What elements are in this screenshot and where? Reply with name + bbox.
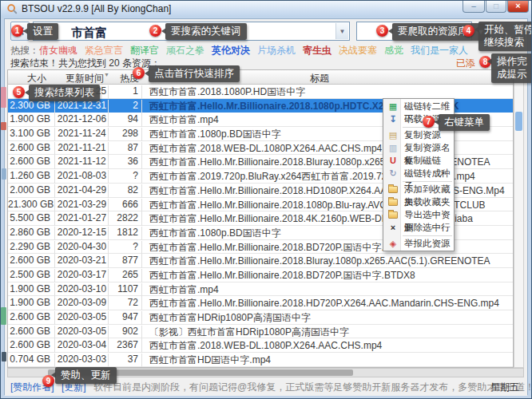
table-header[interactable]: 大小 更新时间 ▼ 热度 标题 xyxy=(8,70,513,85)
cell-heat: 2 xyxy=(109,100,142,113)
cell-title: 〔影视〕西虹市首富HDRip1080P高清国语中字 xyxy=(144,326,513,339)
cell-heat: ? xyxy=(109,170,142,184)
cell-title: 西虹市首富.mp4 xyxy=(144,283,513,297)
cell-title: 西虹市首富.Hello.Mr.Billionaire.2018.1080p.HD… xyxy=(144,100,513,113)
cell-date: 2020-03-09 xyxy=(56,297,109,310)
cell-heat: 902 xyxy=(109,326,142,339)
menu-item-icon xyxy=(387,196,399,209)
close-button[interactable]: × xyxy=(507,1,529,13)
table-row[interactable]: 2.600 GB 2020-03-05 902 〔影视〕西虹市首富HDRip10… xyxy=(8,325,513,339)
title-bar[interactable]: BTSOU v22.9.9 [All By KiongChan] – □ × xyxy=(1,1,531,18)
hot-keyword[interactable]: 英伦对决 xyxy=(212,45,250,56)
hot-label: 热搜： xyxy=(10,45,39,56)
table-row[interactable]: 1.900 GB 2020-03-09 72 西虹市首富.Hello.Mr.Bi… xyxy=(8,296,513,310)
hot-keyword[interactable]: 紧急宣言 xyxy=(85,45,123,56)
menu-item-label: 加载收藏夹 xyxy=(404,197,451,207)
cell-heat: 37 xyxy=(109,354,142,367)
menu-item-icon: ◈ xyxy=(387,237,399,250)
context-menu-item[interactable]: 导出选中资源 xyxy=(383,208,454,221)
cell-heat: 666 xyxy=(109,199,142,212)
minimize-button[interactable]: – xyxy=(463,1,485,13)
sort-arrow-icon[interactable]: ▼ xyxy=(104,72,109,77)
header-date[interactable]: 更新时间 xyxy=(66,72,104,85)
cell-heat: 265 xyxy=(109,269,142,282)
hot-keyword[interactable]: 倩女幽魂 xyxy=(39,45,77,56)
hot-keyword[interactable]: 寄生虫 xyxy=(303,45,332,56)
maximize-button[interactable]: □ xyxy=(486,1,506,13)
menu-item-icon: ▤ xyxy=(387,128,399,141)
cell-size: 2.000 GB xyxy=(8,184,55,198)
context-menu-item[interactable]: 加载收藏夹 xyxy=(383,196,454,208)
header-title[interactable]: 标题 xyxy=(208,72,431,85)
cell-title: 西虹市首富.Hello.Mr.Billionaire.2018.4K.2160p… xyxy=(144,212,513,226)
menu-item-icon: U xyxy=(387,154,399,167)
vertical-scrollbar[interactable] xyxy=(514,69,524,368)
table-row[interactable]: 1.900 GB 2020-03-10 1107 西虹市首富.mp4 xyxy=(8,282,513,297)
cell-size: 2.290 GB xyxy=(8,241,55,255)
hot-keyword[interactable]: 翻译官 xyxy=(130,45,159,56)
vertical-scrollbar-thumb[interactable] xyxy=(515,112,522,131)
cell-size: 21.300 GB xyxy=(8,199,55,212)
hot-keyword[interactable]: 决战要塞 xyxy=(339,45,377,56)
status-message: 软件目前是内测阶段，有问题记得@我修复，正式版需等足够赞助开新服务器才发布，多赞… xyxy=(93,381,532,393)
context-menu-item[interactable]: ↻ 磁链转成种子 xyxy=(383,167,454,180)
context-menu-item[interactable]: × 删除选中行 xyxy=(383,221,454,234)
cell-title: 西虹市首富.Hello.Mr.Billionaire.2018.HD1080P.… xyxy=(144,184,513,198)
cell-title: 西虹市首富.2018.WEB-DL.1080P.X264.AAC.CHS.mp4 xyxy=(144,339,513,353)
cell-heat: 298 xyxy=(109,128,142,141)
hot-keyword[interactable]: 我们是一家人 xyxy=(411,45,468,56)
table-row[interactable]: 2.500 GB 2020-03-17 265 西虹市首富.Hello.Mr.B… xyxy=(8,268,513,282)
cell-heat: 2367 xyxy=(109,339,142,353)
cell-size: 1.900 GB xyxy=(8,297,55,310)
cell-title: 西虹市首富.1080p.BD国语中字 xyxy=(144,227,513,240)
cell-heat: 877 xyxy=(109,255,142,268)
cell-heat: 1812 xyxy=(109,227,142,240)
cell-heat: 1 xyxy=(109,85,142,99)
annotation-dot-6: 6 xyxy=(133,67,145,79)
search-dropdown-arrow-icon[interactable]: ▼ xyxy=(335,23,348,39)
cell-date: 2021-11-24 xyxy=(56,128,109,141)
cell-date: 2020-03-05 xyxy=(56,311,109,325)
context-menu-item[interactable]: ▥ 复制资源名称 xyxy=(383,141,454,154)
cell-size: 2.600 GB xyxy=(8,142,55,156)
annotation-dot-5: 5 xyxy=(13,86,25,98)
cell-size: 3.100 GB xyxy=(8,128,55,141)
cell-size: 2.600 GB xyxy=(8,156,55,169)
cell-size: 2.600 GB xyxy=(8,326,55,339)
cell-title: 西虹市首富.Hello.Mr.Billionaire.2018.Bluray.1… xyxy=(144,156,513,169)
cell-title: 西虹市首富.2018.WEB-DL.1080P.X264.AAC.CHS.mp4 xyxy=(144,142,513,156)
cell-title: 西虹市首富.Hello.Mr.Billionaire.2018.BD720P.国… xyxy=(144,269,513,282)
cell-date: 2020-03-03 xyxy=(56,354,109,367)
context-menu-item[interactable]: 添加到收藏夹 xyxy=(383,183,454,196)
cell-size: 1.900 GB xyxy=(8,113,55,127)
table-row[interactable]: 2.600 GB 2020-03-05 947 西虹市首富HDRip1080P高… xyxy=(8,310,513,325)
cell-title: 西虹市首富.Hello.Mr.Billionaire.2018.HD720P.X… xyxy=(144,297,513,310)
cell-heat: 82 xyxy=(109,184,142,198)
cell-date: 2021-03-29 xyxy=(56,199,109,212)
table-row[interactable]: 2.600 GB 2020-03-21 877 西虹市首富.Hello.Mr.B… xyxy=(8,254,513,268)
hot-keyword[interactable]: 片场杀机 xyxy=(257,45,296,56)
cell-date: 2021-12-31 xyxy=(56,100,109,113)
context-menu-item[interactable]: U 复制磁链 xyxy=(383,154,454,167)
context-menu-item[interactable]: ▦ 磁链转二维码 xyxy=(383,100,454,113)
cell-heat: 947 xyxy=(109,311,142,325)
cell-heat: ? xyxy=(109,241,142,255)
table-row[interactable]: 0.704 GB 2020-03-03 37 西虹市首富HD国语中字.mp4 xyxy=(8,353,513,367)
hot-keyword[interactable]: 顽石之拳 xyxy=(166,45,204,56)
menu-item-icon: × xyxy=(387,221,399,234)
search-input-value: 市首富 xyxy=(71,26,107,41)
header-size[interactable]: 大小 xyxy=(27,72,46,85)
annotation-tip-6: 点击首行快速排序 xyxy=(149,65,240,82)
table-row[interactable]: 2.600 GB 2020-03-04 2367 西虹市首富.2018.WEB-… xyxy=(8,338,513,353)
annotation-tip-8: 操作完成提示 xyxy=(491,53,532,83)
desktop-fragment xyxy=(1,87,6,108)
menu-item-icon: ↻ xyxy=(387,167,399,180)
cell-date: 2020-03-21 xyxy=(56,255,109,268)
context-menu-item[interactable]: ◈ 举报此资源 xyxy=(383,237,454,250)
cell-size: 0.704 GB xyxy=(8,354,55,367)
hot-keyword[interactable]: 感觉 xyxy=(384,45,403,56)
app-window: BTSOU v22.9.9 [All By KiongChan] – □ × ▼… xyxy=(0,0,532,399)
cell-heat: 94 xyxy=(109,113,142,127)
cell-size: 5.500 GB xyxy=(8,212,55,226)
annotation-tip-2: 要搜索的关键词 xyxy=(165,23,247,40)
